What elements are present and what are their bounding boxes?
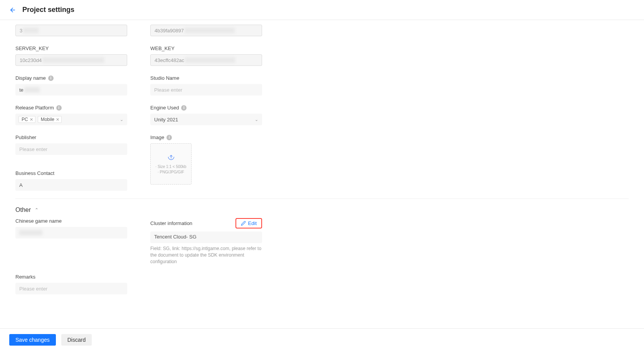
server-key-field: 10c230d4: [15, 54, 127, 66]
app-secret-value-prefix: 4b39fa90897: [155, 28, 184, 34]
id-field: 3: [15, 25, 127, 36]
chevron-down-icon: ⌄: [255, 117, 258, 122]
cluster-hint: Field: SG, link: https://sg.intlgame.com…: [150, 245, 262, 265]
server-key-value-prefix: 10c230d4: [20, 57, 42, 63]
business-contact-field[interactable]: A: [15, 179, 127, 191]
id-value-prefix: 3: [20, 28, 22, 34]
page-title: Project settings: [22, 6, 74, 14]
remarks-label: Remarks: [15, 274, 127, 280]
remarks-input[interactable]: [15, 283, 127, 294]
studio-name-input[interactable]: [150, 84, 262, 96]
close-icon[interactable]: ✕: [56, 117, 59, 122]
info-icon[interactable]: i: [181, 105, 187, 111]
display-name-field[interactable]: te: [15, 84, 127, 96]
other-section-header[interactable]: Other ⌃: [15, 207, 629, 213]
release-platform-select[interactable]: PC ✕ Mobile ✕ ⌄: [15, 114, 127, 125]
engine-used-label: Engine Used i: [150, 105, 262, 111]
upload-hint-2: · PNG/JPG/GIF: [158, 170, 184, 175]
publisher-label: Publisher: [15, 134, 127, 140]
engine-used-select[interactable]: Unity 2021 ⌄: [150, 114, 262, 125]
tag-mobile: Mobile ✕: [38, 116, 62, 123]
cluster-info-label: Cluster information: [150, 220, 192, 226]
other-title: Other: [15, 207, 31, 213]
chinese-game-name-label: Chinese game name: [15, 218, 127, 224]
business-contact-label: Business Contact: [15, 170, 127, 176]
web-key-field: 43ecffc482ac: [150, 54, 262, 66]
page-header: Project settings: [0, 0, 644, 20]
cluster-value: Tencent Cloud- SG: [150, 232, 262, 243]
chevron-down-icon[interactable]: ⌄: [120, 117, 123, 122]
close-icon[interactable]: ✕: [30, 117, 33, 122]
divider: [15, 198, 629, 199]
edit-cluster-button[interactable]: Edit: [235, 218, 262, 228]
upload-hint-1: · Size 1:1 < 500kb: [155, 164, 186, 170]
app-secret-field: 4b39fa90897: [150, 25, 262, 36]
release-platform-label: Release Platform i: [15, 105, 127, 111]
back-arrow-icon[interactable]: [9, 7, 16, 13]
content-area: 3 4b39fa90897 SERVER_KEY 10c230d4 WEB_KE…: [0, 20, 644, 324]
image-upload[interactable]: · Size 1:1 < 500kb · PNG/JPG/GIF: [150, 143, 192, 185]
image-label: Image i: [150, 134, 262, 140]
upload-icon: [167, 153, 175, 162]
web-key-label: WEB_KEY: [150, 45, 262, 51]
info-icon[interactable]: i: [48, 76, 54, 81]
info-icon[interactable]: i: [56, 105, 62, 111]
info-icon[interactable]: i: [166, 135, 172, 140]
display-name-label: Display name i: [15, 75, 127, 81]
edit-icon: [241, 221, 246, 226]
chinese-game-name-field[interactable]: [15, 227, 127, 238]
server-key-label: SERVER_KEY: [15, 45, 127, 51]
publisher-input[interactable]: [15, 143, 127, 155]
tag-pc: PC ✕: [18, 116, 35, 123]
chevron-up-icon: ⌃: [35, 207, 39, 213]
studio-name-label: Studio Name: [150, 75, 262, 81]
web-key-value-prefix: 43ecffc482ac: [155, 57, 184, 63]
